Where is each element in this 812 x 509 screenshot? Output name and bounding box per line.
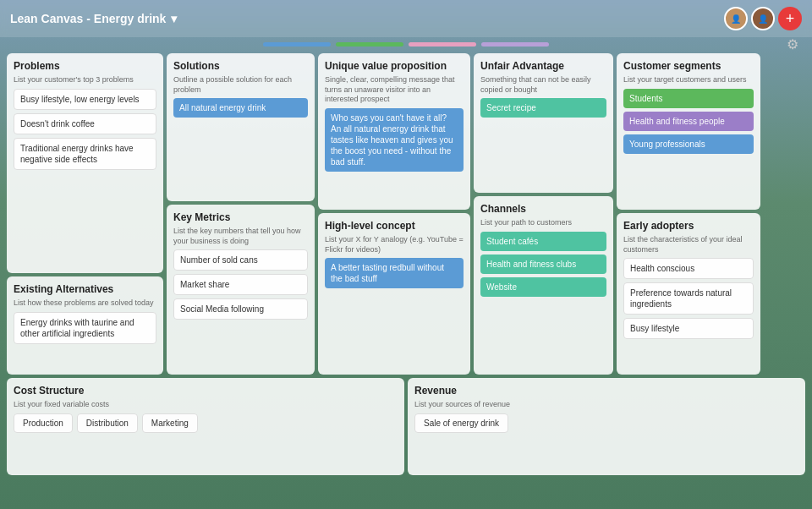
revenue-item-1[interactable]: Sale of energy drink bbox=[414, 413, 508, 433]
canvas-top-row: Problems List your customer's top 3 prob… bbox=[7, 53, 805, 375]
highlevel-subtitle: List your X for Y analogy (e.g. YouTube … bbox=[325, 235, 464, 254]
channels-subtitle: List your path to customers bbox=[480, 218, 606, 228]
metric-item-2[interactable]: Market share bbox=[173, 274, 308, 295]
highlevel-item[interactable]: A better tasting redbull without the bad… bbox=[325, 258, 464, 288]
customers-subtitle: List your target customers and users bbox=[623, 75, 754, 85]
problems-card: Problems List your customer's top 3 prob… bbox=[7, 53, 163, 273]
cost-item-1[interactable]: Production bbox=[14, 413, 73, 433]
existing-alt-title: Existing Alternatives bbox=[14, 283, 156, 295]
early-adopters-card: Early adopters List the characteristics … bbox=[617, 213, 760, 375]
revenue-subtitle: List your sources of revenue bbox=[414, 400, 798, 410]
solutions-title: Solutions bbox=[173, 60, 308, 72]
customer-item-3[interactable]: Young professionals bbox=[623, 134, 754, 154]
gear-icon[interactable]: ⚙ bbox=[787, 36, 798, 52]
unfair-advantage-card: Unfair Advantage Something that can not … bbox=[474, 53, 613, 193]
tabs-bar: ⚙ bbox=[0, 37, 812, 50]
problem-item-1[interactable]: Busy lifestyle, low energy levels bbox=[14, 89, 156, 110]
chevron-down-icon[interactable]: ▾ bbox=[171, 12, 177, 25]
problem-item-3[interactable]: Traditional energy drinks have negative … bbox=[14, 138, 156, 170]
customer-item-2[interactable]: Health and fitness people bbox=[623, 112, 754, 131]
metrics-title: Key Metrics bbox=[173, 211, 308, 223]
solutions-card: Solutions Outline a possible solution fo… bbox=[167, 53, 315, 201]
customer-segments-card: Customer segments List your target custo… bbox=[617, 53, 760, 210]
canvas-area: Problems List your customer's top 3 prob… bbox=[0, 50, 812, 479]
tab-3[interactable] bbox=[409, 42, 476, 47]
existing-alternatives-card: Existing Alternatives List how these pro… bbox=[7, 276, 163, 375]
uvp-item[interactable]: Who says you can't have it all? An all n… bbox=[325, 108, 464, 172]
header: Lean Canvas - Energy drink ▾ 👤 👤 + bbox=[0, 0, 812, 37]
tab-1[interactable] bbox=[263, 42, 331, 47]
existing-item-1[interactable]: Energy drinks with taurine and other art… bbox=[14, 312, 156, 344]
early-adopters-title: Early adopters bbox=[623, 220, 754, 232]
customers-column: Customer segments List your target custo… bbox=[617, 53, 760, 375]
metric-item-1[interactable]: Number of sold cans bbox=[173, 249, 308, 271]
revenue-title: Revenue bbox=[414, 385, 798, 397]
revenue-items: Sale of energy drink bbox=[414, 413, 798, 433]
avatar[interactable]: 👤 bbox=[724, 7, 748, 30]
early-adopters-subtitle: List the characteristics of your ideal c… bbox=[623, 235, 754, 254]
key-metrics-card: Key Metrics List the key numbers that te… bbox=[167, 205, 315, 375]
solution-item-1[interactable]: All natural energy drink bbox=[173, 98, 308, 118]
cost-items: Production Distribution Marketing bbox=[14, 413, 398, 433]
uvp-subtitle: Single, clear, compelling message that t… bbox=[325, 75, 464, 105]
channels-title: Channels bbox=[480, 203, 606, 215]
uvp-card: Unique value proposition Single, clear, … bbox=[318, 53, 470, 210]
cost-structure-card: Cost Structure List your fixed variable … bbox=[7, 378, 404, 475]
add-button[interactable]: + bbox=[778, 7, 802, 30]
problems-subtitle: List your customer's top 3 problems bbox=[14, 75, 156, 85]
cost-title: Cost Structure bbox=[14, 385, 398, 397]
cost-item-2[interactable]: Distribution bbox=[77, 413, 138, 433]
unfair-item-1[interactable]: Secret recipe bbox=[480, 98, 606, 118]
early-item-1[interactable]: Health conscious bbox=[623, 258, 754, 279]
uvp-title: Unique value proposition bbox=[325, 60, 464, 72]
channel-item-1[interactable]: Student cafés bbox=[480, 232, 606, 251]
cost-item-3[interactable]: Marketing bbox=[142, 413, 198, 433]
uvp-column: Unique value proposition Single, clear, … bbox=[318, 53, 470, 375]
solutions-column: Solutions Outline a possible solution fo… bbox=[167, 53, 315, 375]
channel-item-2[interactable]: Health and fitness clubs bbox=[480, 254, 606, 274]
customers-title: Customer segments bbox=[623, 60, 754, 72]
unfair-title: Unfair Advantage bbox=[480, 60, 606, 72]
metrics-subtitle: List the key numbers that tell you how y… bbox=[173, 227, 308, 246]
app-title: Lean Canvas - Energy drink bbox=[10, 12, 166, 25]
tab-2[interactable] bbox=[336, 42, 403, 47]
canvas-bottom-row: Cost Structure List your fixed variable … bbox=[7, 378, 805, 475]
problem-item-2[interactable]: Doesn't drink coffee bbox=[14, 113, 156, 134]
early-item-3[interactable]: Busy lifestyle bbox=[623, 318, 754, 339]
tab-4[interactable] bbox=[481, 42, 549, 47]
app-title-area: Lean Canvas - Energy drink ▾ bbox=[10, 12, 177, 25]
avatar[interactable]: 👤 bbox=[751, 7, 775, 30]
cost-subtitle: List your fixed variable costs bbox=[14, 400, 398, 410]
highlevel-title: High-level concept bbox=[325, 220, 464, 232]
customer-item-1[interactable]: Students bbox=[623, 89, 754, 108]
unfair-column: Unfair Advantage Something that can not … bbox=[474, 53, 613, 375]
existing-alt-subtitle: List how these problems are solved today bbox=[14, 298, 156, 309]
metric-item-3[interactable]: Social Media following bbox=[173, 298, 308, 320]
problems-title: Problems bbox=[14, 60, 156, 72]
channel-item-3[interactable]: Website bbox=[480, 277, 606, 297]
revenue-card: Revenue List your sources of revenue Sal… bbox=[408, 378, 805, 475]
avatar-group: 👤 👤 + bbox=[724, 7, 802, 30]
channels-card: Channels List your path to customers Stu… bbox=[474, 196, 613, 375]
problems-column: Problems List your customer's top 3 prob… bbox=[7, 53, 163, 375]
early-item-2[interactable]: Preference towards natural ingredients bbox=[623, 282, 754, 315]
solutions-subtitle: Outline a possible solution for each pro… bbox=[173, 75, 308, 95]
unfair-subtitle: Something that can not be easily copied … bbox=[480, 75, 606, 95]
highlevel-card: High-level concept List your X for Y ana… bbox=[318, 213, 470, 375]
